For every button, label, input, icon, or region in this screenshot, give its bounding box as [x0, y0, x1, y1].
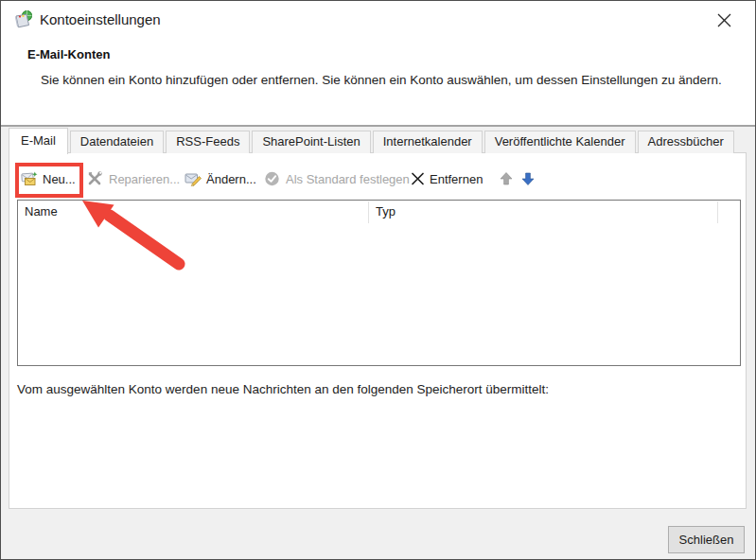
- mail-account-icon: [13, 9, 33, 29]
- column-separator: [368, 201, 369, 223]
- new-account-label: Neu...: [43, 172, 76, 186]
- tab-adressbuecher[interactable]: Adressbücher: [638, 131, 734, 153]
- repair-account-label: Reparieren...: [109, 172, 180, 186]
- window-title: Kontoeinstellungen: [40, 11, 161, 27]
- tab-rss-feeds[interactable]: RSS-Feeds: [166, 131, 250, 153]
- delivery-location-note: Vom ausgewählten Konto werden neue Nachr…: [17, 382, 549, 396]
- change-account-label: Ändern...: [206, 172, 256, 186]
- tab-email[interactable]: E-Mail: [9, 128, 68, 154]
- column-header-typ[interactable]: Typ: [376, 204, 396, 219]
- title-bar: Kontoeinstellungen: [1, 1, 755, 39]
- tab-veroeffentlichte-kalender[interactable]: Veröffentlichte Kalender: [484, 131, 636, 153]
- new-mail-envelope-icon: [21, 171, 38, 186]
- column-header-name[interactable]: Name: [25, 204, 58, 219]
- accounts-list-header: Name Typ: [18, 201, 740, 224]
- close-icon[interactable]: [713, 9, 734, 30]
- up-arrow-icon: [500, 171, 513, 186]
- move-up-button[interactable]: [500, 169, 513, 188]
- tab-sharepoint-listen[interactable]: SharePoint-Listen: [252, 131, 370, 153]
- account-settings-dialog: Kontoeinstellungen E-Mail-Konten Sie kön…: [0, 0, 756, 560]
- tab-strip: E-Mail Datendateien RSS-Feeds SharePoint…: [9, 128, 736, 153]
- new-account-button[interactable]: Neu...: [21, 169, 76, 188]
- move-down-button[interactable]: [521, 169, 535, 188]
- column-separator: [717, 201, 718, 223]
- black-x-icon: [411, 171, 425, 186]
- dialog-header: Kontoeinstellungen E-Mail-Konten Sie kön…: [1, 1, 755, 127]
- edit-envelope-icon: [185, 171, 202, 186]
- close-dialog-label: Schließen: [679, 533, 734, 547]
- page-title: E-Mail-Konten: [27, 47, 110, 61]
- change-account-button[interactable]: Ändern...: [185, 169, 256, 188]
- tab-internetkalender[interactable]: Internetkalender: [373, 131, 483, 153]
- close-dialog-button[interactable]: Schließen: [668, 526, 745, 553]
- tab-datendateien[interactable]: Datendateien: [70, 131, 164, 153]
- accounts-list[interactable]: Name Typ: [17, 200, 741, 366]
- page-description: Sie können ein Konto hinzufügen oder ent…: [41, 73, 722, 87]
- set-default-button[interactable]: Als Standard festlegen: [264, 169, 410, 188]
- set-default-label: Als Standard festlegen: [286, 172, 410, 186]
- repair-account-button[interactable]: Reparieren...: [87, 169, 180, 188]
- down-arrow-icon: [521, 171, 535, 186]
- gray-check-circle-icon: [264, 171, 281, 186]
- email-tab-page: Neu... Reparieren... Ändern...: [9, 152, 747, 509]
- remove-account-label: Entfernen: [430, 172, 483, 186]
- crossed-tools-icon: [87, 171, 104, 186]
- remove-account-button[interactable]: Entfernen: [411, 169, 483, 188]
